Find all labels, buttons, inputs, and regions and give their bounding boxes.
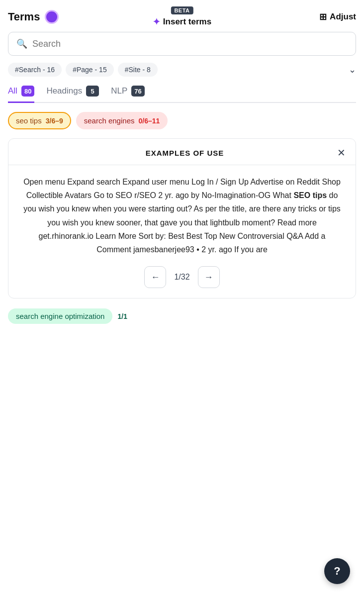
- terms-chips-row: seo tips 3/6–9 search engines 0/6–11: [8, 112, 356, 129]
- next-page-button[interactable]: →: [198, 266, 220, 288]
- term-chip-seo-tips[interactable]: seo tips 3/6–9: [8, 112, 71, 129]
- tag-chip-search[interactable]: #Search - 16: [8, 63, 62, 77]
- insert-terms-label: Insert terms: [163, 17, 211, 27]
- tag-chip-page[interactable]: #Page - 15: [66, 63, 114, 77]
- tabs-row: All 80 Headings 5 NLP 76: [8, 86, 356, 103]
- pagination-row: ← 1/32 →: [8, 266, 356, 288]
- adjust-button[interactable]: ⊞ Adjust: [319, 11, 356, 22]
- terms-label: Terms: [8, 10, 40, 23]
- examples-header: EXAMPLES OF USE ✕: [8, 139, 356, 165]
- page-label: 1/32: [174, 273, 189, 282]
- tab-all-badge: 80: [21, 86, 34, 97]
- term-chip-seo-tips-count: 3/6–9: [46, 117, 63, 125]
- close-examples-button[interactable]: ✕: [337, 148, 346, 158]
- search-box: 🔍: [8, 32, 356, 56]
- bottom-chip-row: search engine optimization 1/1: [8, 308, 356, 324]
- tab-nlp-label: NLP: [111, 86, 127, 96]
- header-center: BETA ✦ Insert terms: [153, 6, 211, 27]
- bottom-chip-term: search engine optimization: [16, 312, 104, 320]
- tab-nlp-badge: 76: [131, 86, 144, 97]
- header-left: Terms: [8, 10, 59, 24]
- bottom-chip-seo-optimization[interactable]: search engine optimization: [8, 308, 112, 324]
- adjust-label: Adjust: [330, 12, 356, 22]
- term-chip-seo-tips-label: seo tips: [16, 116, 42, 125]
- examples-title: EXAMPLES OF USE: [32, 149, 337, 157]
- adjust-icon: ⊞: [319, 11, 327, 22]
- tab-headings[interactable]: Headings 5: [46, 86, 99, 103]
- beta-badge: BETA: [171, 6, 193, 14]
- tab-nlp[interactable]: NLP 76: [111, 86, 145, 103]
- tab-headings-badge: 5: [86, 86, 99, 97]
- help-icon: ?: [334, 565, 340, 578]
- bottom-chip-count: 1/1: [117, 312, 127, 320]
- header-row: Terms BETA ✦ Insert terms ⊞ Adjust: [8, 10, 356, 24]
- examples-body-text2: do you wish you knew when you were start…: [23, 191, 341, 254]
- tab-all[interactable]: All 80: [8, 86, 34, 103]
- help-button[interactable]: ?: [324, 558, 350, 584]
- expand-tags-button[interactable]: ⌄: [349, 64, 356, 75]
- search-input[interactable]: [32, 39, 348, 49]
- purple-circle-icon: [45, 10, 59, 24]
- examples-body: Open menu Expand search Expand user menu…: [8, 170, 356, 256]
- term-chip-search-engines[interactable]: search engines 0/6–11: [76, 112, 168, 129]
- tab-headings-label: Headings: [46, 86, 82, 96]
- insert-terms-button[interactable]: ✦ Insert terms: [153, 16, 211, 27]
- tags-row: #Search - 16 #Page - 15 #Site - 8 ⌄: [8, 63, 356, 77]
- term-chip-search-engines-label: search engines: [84, 116, 135, 125]
- term-chip-search-engines-count: 0/6–11: [138, 117, 160, 125]
- prev-page-button[interactable]: ←: [144, 266, 166, 288]
- search-icon: 🔍: [16, 38, 27, 49]
- sparkle-icon: ✦: [153, 16, 160, 27]
- tag-chip-site[interactable]: #Site - 8: [118, 63, 158, 77]
- tab-all-label: All: [8, 86, 17, 96]
- examples-box: EXAMPLES OF USE ✕ Open menu Expand searc…: [8, 138, 356, 299]
- examples-bold-term: SEO tips: [293, 191, 327, 199]
